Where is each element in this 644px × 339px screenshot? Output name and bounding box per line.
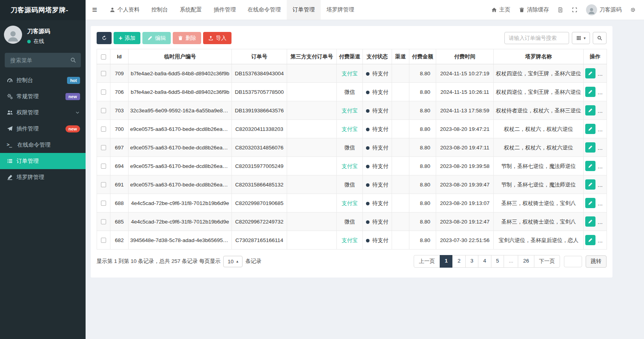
cell-pay-time: 2023-08-20 19:12:47 xyxy=(436,212,494,231)
pencil-icon xyxy=(588,108,593,114)
row-checkbox[interactable] xyxy=(101,71,106,76)
pagination-page[interactable]: 5 xyxy=(491,255,504,268)
page-jump-input[interactable] xyxy=(564,256,582,267)
refresh-button[interactable] xyxy=(97,32,112,44)
cell-id: 697 xyxy=(110,138,129,157)
sidebar-menu-item[interactable]: 订单管理 xyxy=(0,153,86,169)
row-checkbox[interactable] xyxy=(101,108,106,113)
topnav-item[interactable]: 塔罗牌管理 xyxy=(321,0,360,20)
edit-row-button[interactable] xyxy=(585,124,595,134)
edit-row-button[interactable] xyxy=(585,216,595,227)
row-checkbox[interactable] xyxy=(101,89,106,95)
edit-row-button[interactable] xyxy=(585,142,595,153)
sidebar-menu-item[interactable]: 常规管理new xyxy=(0,88,86,104)
pencil-icon xyxy=(588,126,593,132)
fullscreen-button[interactable] xyxy=(567,0,582,20)
cell-pay-channel: 支付宝 xyxy=(337,194,363,212)
menu-search-input[interactable] xyxy=(9,57,70,64)
cell-tarot-names: 圣杯三，权杖骑士逆位，宝剑八 xyxy=(494,212,584,231)
import-button[interactable]: 导入 xyxy=(203,32,231,44)
cell-channel xyxy=(392,64,409,83)
menu-item-label: 塔罗牌管理 xyxy=(17,174,44,181)
sidebar-menu-item[interactable]: 控制台hot xyxy=(0,72,86,88)
row-checkbox[interactable] xyxy=(101,219,106,224)
cell-select xyxy=(97,101,110,120)
cell-tarot-names: 节制，圣杯七逆位，魔法师逆位 xyxy=(494,157,584,175)
sidebar-menu-item[interactable]: 塔罗牌管理 xyxy=(0,169,86,185)
cell-amount: 8.80 xyxy=(409,64,436,83)
user-menu[interactable]: 刀客源码 xyxy=(582,0,626,20)
cell-amount: 8.80 xyxy=(409,175,436,194)
topnav-item[interactable]: 个人资料 xyxy=(104,0,146,20)
delete-button[interactable]: 删除 xyxy=(173,32,201,44)
edit-row-button[interactable] xyxy=(585,105,595,115)
row-checkbox[interactable] xyxy=(101,182,106,187)
online-dot-icon xyxy=(27,40,31,43)
edit-row-button[interactable] xyxy=(585,68,595,78)
table-search-group: ▾ xyxy=(504,32,607,44)
table-footer: 显示第 1 到第 10 条记录，总共 257 条记录 每页显示 10 ▴ 条记录… xyxy=(97,255,607,268)
menu-search xyxy=(5,53,81,67)
settings-button[interactable] xyxy=(626,0,640,20)
pagination-prev[interactable]: 上一页 xyxy=(414,255,440,268)
columns-button[interactable]: ▾ xyxy=(572,32,590,44)
row-checkbox[interactable] xyxy=(101,145,106,150)
topnav-item-label: 系统配置 xyxy=(180,6,202,13)
home-link[interactable]: 主页 xyxy=(487,0,515,20)
page-jump-button[interactable]: 跳转 xyxy=(586,255,607,268)
row-checkbox[interactable] xyxy=(101,238,106,243)
add-button[interactable]: + 添加 xyxy=(114,32,140,44)
pagination: 上一页12345...26下一页 xyxy=(414,255,560,268)
cell-pay-time: 2023-08-20 19:39:47 xyxy=(436,175,494,194)
edit-row-button[interactable] xyxy=(585,87,595,97)
menu-item-label: 订单管理 xyxy=(17,158,39,165)
sidebar-menu: 控制台hot常规管理new权限管理插件管理new>_在线命令管理订单管理塔罗牌管… xyxy=(0,72,86,185)
row-checkbox[interactable] xyxy=(101,164,106,169)
topnav-item[interactable]: 订单管理 xyxy=(287,0,321,20)
edit-row-button[interactable] xyxy=(585,235,595,245)
cell-select xyxy=(97,231,110,250)
clear-cache-link[interactable]: 清除缓存 xyxy=(515,0,553,20)
cell-tarot-names: 权杖二，权杖六，权杖六逆位 xyxy=(494,120,584,138)
document-button[interactable] xyxy=(553,0,567,20)
edit-row-button[interactable] xyxy=(585,179,595,190)
topnav-item[interactable]: 在线命令管理 xyxy=(242,0,287,20)
cell-amount: 8.80 xyxy=(409,101,436,120)
pagination-page[interactable]: 3 xyxy=(465,255,479,268)
order-search-input[interactable] xyxy=(504,32,569,44)
table-row: 706b7fe4ae2-ba9a-6dd5-84b8-d89402c36f9bD… xyxy=(97,83,607,101)
cell-pay-status: 待支付 xyxy=(363,64,392,83)
avatar xyxy=(4,26,22,44)
sidebar-menu-item[interactable]: 权限管理 xyxy=(0,104,86,121)
select-all-checkbox[interactable] xyxy=(101,54,106,60)
username-label: 刀客源码 xyxy=(599,6,622,13)
sidebar-menu-item[interactable]: 插件管理new xyxy=(0,121,86,137)
document-icon xyxy=(558,7,563,13)
edit-button[interactable]: 编辑 xyxy=(142,32,171,44)
topnav-item[interactable]: 插件管理 xyxy=(208,0,242,20)
topnav-item[interactable]: 控制台 xyxy=(146,0,174,20)
sidebar-menu-item[interactable]: >_在线命令管理 xyxy=(0,137,86,153)
top-navigation: ≡ 个人资料控制台系统配置插件管理在线命令管理订单管理塔罗牌管理 主页 清除缓存… xyxy=(86,0,644,20)
search-button[interactable] xyxy=(593,32,607,44)
pagination-next[interactable]: 下一页 xyxy=(534,255,560,268)
table-row: 709b7fe4ae2-ba9a-6dd5-84b8-d89402c36f9bD… xyxy=(97,64,607,83)
user-icon xyxy=(110,7,115,13)
edit-row-button[interactable] xyxy=(585,161,595,171)
pagination-page[interactable]: 2 xyxy=(452,255,466,268)
sidebar-toggle-button[interactable]: ≡ xyxy=(86,0,104,20)
pagination-page[interactable]: 1 xyxy=(440,255,453,268)
row-checkbox[interactable] xyxy=(101,127,106,132)
cell-tarot-names: 宝剑六逆位，圣杯皇后逆位，恋人 xyxy=(494,231,584,250)
pencil-icon xyxy=(588,89,593,95)
row-checkbox[interactable] xyxy=(101,201,106,206)
topnav-item[interactable]: 系统配置 xyxy=(174,0,208,20)
pagination-page[interactable]: 4 xyxy=(478,255,491,268)
cell-third-party-no xyxy=(287,120,337,138)
edit-row-button[interactable] xyxy=(585,198,595,208)
cell-pay-status: 待支付 xyxy=(363,194,392,212)
sidebar: 刀客源码 在线 控制台hot常规管理new权限管理插件管理new>_在线命令管理… xyxy=(0,20,86,339)
pagination-page[interactable]: 26 xyxy=(518,255,534,268)
trash-icon xyxy=(178,35,183,41)
page-size-select[interactable]: 10 ▴ xyxy=(223,256,243,267)
